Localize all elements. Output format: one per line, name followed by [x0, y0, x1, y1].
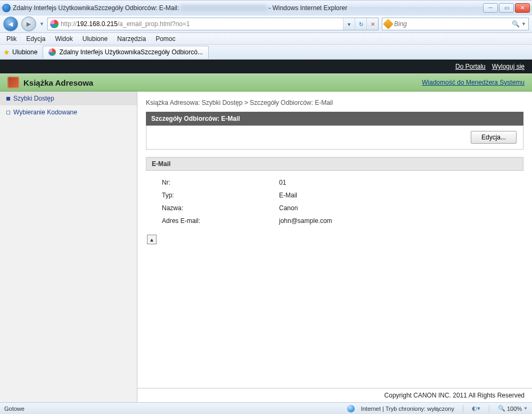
table-row: Adres E-mail: john@sample.com — [162, 214, 508, 227]
field-label-nr: Nr: — [162, 179, 279, 186]
field-label-nazwa: Nazwa: — [162, 204, 279, 212]
edit-button[interactable]: Edycja... — [471, 131, 517, 144]
details-table: Nr: 01 Typ: E-Mail Nazwa: Canon Adres E-… — [146, 171, 523, 233]
sidebar-item-coded-dial[interactable]: Wybieranie Kodowane — [0, 105, 137, 119]
main-area: Książka Adresowa: Szybki Dostęp > Szczeg… — [137, 92, 532, 402]
top-black-bar: Do Portalu Wyloguj się — [0, 60, 532, 73]
redacted-title-segment — [181, 5, 266, 11]
window-titlebar: Zdalny Interfejs UżytkownikaSzczegóły Od… — [0, 0, 532, 15]
sidebar-item-label: Szybki Dostęp — [13, 95, 54, 102]
menu-bar: Plik Edycja Widok Ulubione Narzędzia Pom… — [0, 33, 532, 45]
page-title: Książka Adresowa — [23, 78, 93, 87]
window-title-suffix: - Windows Internet Explorer — [268, 4, 347, 12]
menu-ulubione[interactable]: Ulubione — [78, 34, 112, 44]
star-icon: ★ — [3, 48, 10, 56]
url-scheme: http:// — [61, 20, 77, 28]
menu-widok[interactable]: Widok — [51, 34, 77, 44]
zoom-value: 100% — [507, 405, 522, 412]
separator — [489, 405, 489, 412]
sidebar: Szybki Dostęp Wybieranie Kodowane — [0, 92, 137, 402]
forward-button[interactable]: ► — [21, 16, 36, 31]
tab-favicon — [48, 48, 56, 56]
table-row: Typ: E-Mail — [162, 189, 508, 202]
close-button[interactable]: ✕ — [515, 3, 530, 13]
system-manager-message-link[interactable]: Wiadomość do Menedżera Systemu — [422, 79, 525, 86]
sidebar-item-label: Wybieranie Kodowane — [13, 109, 77, 116]
field-value-typ: E-Mail — [279, 192, 297, 199]
field-value-adres: john@sample.com — [279, 217, 332, 225]
table-row: Nr: 01 — [162, 176, 508, 189]
scroll-top-button[interactable]: ▲ — [147, 235, 157, 244]
status-bar: Gotowe Internet | Tryb chroniony: wyłącz… — [0, 402, 532, 414]
protected-mode-toggle[interactable]: ◐▾ — [472, 405, 480, 412]
window-title-prefix: Zdalny Interfejs UżytkownikaSzczegóły Od… — [13, 4, 179, 12]
minimize-button[interactable]: ─ — [483, 3, 498, 13]
field-value-nr: 01 — [279, 179, 286, 186]
field-label-adres: Adres E-mail: — [162, 217, 279, 225]
table-row: Nazwa: Canon — [162, 202, 508, 214]
site-icon — [50, 20, 59, 28]
url-host: 192.168.0.215 — [77, 20, 118, 28]
browser-navbar: ◄ ► ▼ http://192.168.0.215/a_email_prop.… — [0, 15, 532, 33]
menu-narzedzia[interactable]: Narzędzia — [113, 34, 150, 44]
panel-header: Szczegóły Odbiorców: E-Mail — [146, 112, 523, 126]
maximize-button[interactable]: ▭ — [499, 3, 514, 13]
field-label-typ: Typ: — [162, 192, 279, 199]
search-button[interactable]: 🔍 — [510, 20, 521, 28]
menu-plik[interactable]: Plik — [2, 34, 21, 44]
zoom-icon: 🔍 — [498, 405, 505, 412]
panel-toolbar: Edycja... — [146, 126, 523, 150]
ie-icon — [2, 4, 11, 12]
green-header: Książka Adresowa Wiadomość do Menedżera … — [0, 73, 532, 92]
search-box[interactable]: 🔍 ▼ — [382, 18, 529, 30]
logout-link[interactable]: Wyloguj się — [492, 63, 525, 70]
section-header-email: E-Mail — [146, 157, 523, 171]
browser-tab[interactable]: Zdalny Interfejs UżytkownikaSzczegóły Od… — [43, 46, 208, 59]
url-dropdown-button[interactable]: ▾ — [343, 18, 355, 30]
sidebar-item-quick-access[interactable]: Szybki Dostęp — [0, 92, 137, 105]
tab-title: Zdalny Interfejs UżytkownikaSzczegóły Od… — [59, 48, 202, 56]
separator — [463, 405, 463, 412]
copyright-text: Copyright CANON INC. 2011 All Rights Res… — [137, 388, 532, 402]
status-text: Gotowe — [4, 405, 24, 412]
menu-pomoc[interactable]: Pomoc — [151, 34, 179, 44]
security-zone-text: Internet | Tryb chroniony: wyłączony — [361, 405, 454, 412]
favorites-label[interactable]: Ulubione — [12, 48, 37, 56]
breadcrumb: Książka Adresowa: Szybki Dostęp > Szczeg… — [146, 99, 523, 106]
back-button[interactable]: ◄ — [3, 16, 18, 31]
globe-icon — [347, 405, 355, 412]
bullet-icon — [6, 111, 10, 114]
bing-icon — [383, 19, 394, 29]
page-content: Do Portalu Wyloguj się Książka Adresowa … — [0, 60, 532, 402]
address-book-icon — [7, 77, 19, 88]
refresh-button[interactable]: ↻ — [355, 18, 366, 30]
zoom-control[interactable]: 🔍 100% ▼ — [498, 405, 528, 412]
portal-link[interactable]: Do Portalu — [455, 63, 486, 70]
menu-edycja[interactable]: Edycja — [22, 34, 50, 44]
url-input[interactable]: http://192.168.0.215/a_email_prop.html?n… — [61, 18, 343, 30]
url-path: /a_email_prop.html?no=1 — [118, 20, 190, 28]
favorites-bar: ★ Ulubione Zdalny Interfejs UżytkownikaS… — [0, 45, 532, 60]
bullet-icon — [6, 97, 10, 101]
field-value-nazwa: Canon — [279, 204, 298, 212]
stop-button[interactable]: ✕ — [366, 18, 378, 30]
address-bar[interactable]: http://192.168.0.215/a_email_prop.html?n… — [47, 18, 379, 30]
search-input[interactable] — [394, 20, 510, 28]
